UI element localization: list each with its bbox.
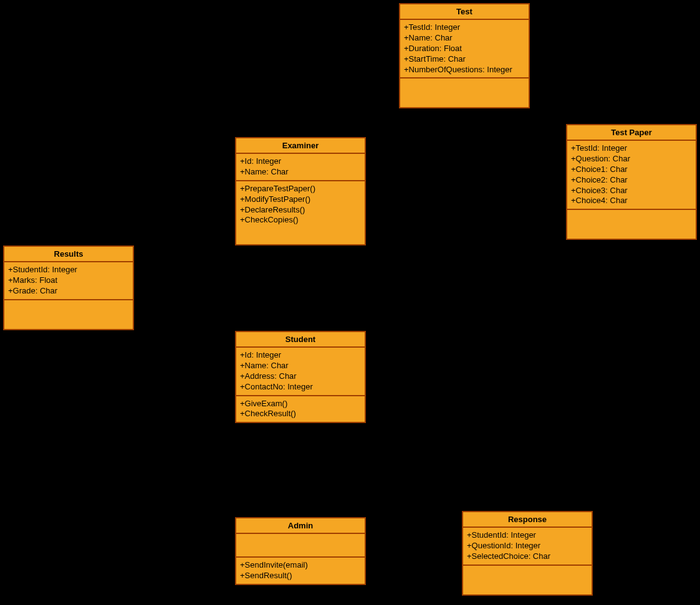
attributes-section: +StudentId: Integer +Marks: Float +Grade…: [4, 262, 133, 300]
attr: +Marks: Float: [8, 275, 129, 286]
attr: +Name: Char: [404, 33, 525, 44]
methods-section: [463, 566, 592, 594]
attr: +StartTime: Char: [404, 54, 525, 65]
attr: +StudentId: Integer: [8, 265, 129, 275]
attr: +Choice1: Char: [571, 164, 692, 175]
attr: +SelectedChoice: Char: [467, 551, 588, 562]
class-title: Response: [463, 512, 592, 528]
attr: +Address: Char: [240, 371, 361, 382]
method: +PrepareTestPaper(): [240, 184, 361, 194]
attr: +NumberOfQuestions: Integer: [404, 65, 525, 75]
class-response: Response +StudentId: Integer +QuestionId…: [462, 511, 593, 596]
class-title: Examiner: [236, 138, 365, 154]
methods-section: [400, 79, 529, 107]
method: +GiveExam(): [240, 399, 361, 409]
methods-section: +PrepareTestPaper() +ModifyTestPaper() +…: [236, 181, 365, 245]
method: +ModifyTestPaper(): [240, 194, 361, 205]
attr: +Id: Integer: [240, 156, 361, 167]
attr: +Choice2: Char: [571, 175, 692, 186]
attr: +Question: Char: [571, 154, 692, 164]
attr: +StudentId: Integer: [467, 530, 588, 541]
class-student: Student +Id: Integer +Name: Char +Addres…: [235, 331, 366, 423]
attr: +Name: Char: [240, 361, 361, 371]
attributes-section: +StudentId: Integer +QuestionId: Integer…: [463, 528, 592, 566]
methods-section: [4, 300, 133, 329]
methods-section: +SendInvite(email) +SendResult(): [236, 558, 365, 584]
class-title: Results: [4, 247, 133, 262]
method: +CheckResult(): [240, 409, 361, 419]
attr: +Grade: Char: [8, 286, 129, 297]
class-test: Test +TestId: Integer +Name: Char +Durat…: [399, 3, 530, 108]
attr: +Choice3: Char: [571, 186, 692, 196]
method: +SendResult(): [240, 571, 361, 581]
methods-section: [567, 210, 696, 239]
attr: +TestId: Integer: [404, 22, 525, 33]
class-title: Test Paper: [567, 125, 696, 141]
methods-section: +GiveExam() +CheckResult(): [236, 396, 365, 422]
method: +SendInvite(email): [240, 560, 361, 571]
attributes-section: [236, 534, 365, 558]
class-results: Results +StudentId: Integer +Marks: Floa…: [3, 245, 134, 330]
attr: +Id: Integer: [240, 350, 361, 361]
class-title: Admin: [236, 518, 365, 534]
attr: +Name: Char: [240, 167, 361, 178]
method: +CheckCopies(): [240, 215, 361, 226]
attr: +TestId: Integer: [571, 143, 692, 154]
attr: +Duration: Float: [404, 44, 525, 54]
class-test-paper: Test Paper +TestId: Integer +Question: C…: [566, 124, 697, 240]
attr: +ContactNo: Integer: [240, 382, 361, 393]
attr: +QuestionId: Integer: [467, 541, 588, 551]
attributes-section: +TestId: Integer +Name: Char +Duration: …: [400, 20, 529, 79]
class-title: Test: [400, 4, 529, 20]
class-examiner: Examiner +Id: Integer +Name: Char +Prepa…: [235, 137, 366, 245]
attributes-section: +Id: Integer +Name: Char +Address: Char …: [236, 348, 365, 396]
class-title: Student: [236, 332, 365, 348]
method: +DeclareResults(): [240, 205, 361, 216]
attributes-section: +Id: Integer +Name: Char: [236, 154, 365, 181]
class-admin: Admin +SendInvite(email) +SendResult(): [235, 517, 366, 585]
attributes-section: +TestId: Integer +Question: Char +Choice…: [567, 141, 696, 210]
attr: +Choice4: Char: [571, 196, 692, 206]
